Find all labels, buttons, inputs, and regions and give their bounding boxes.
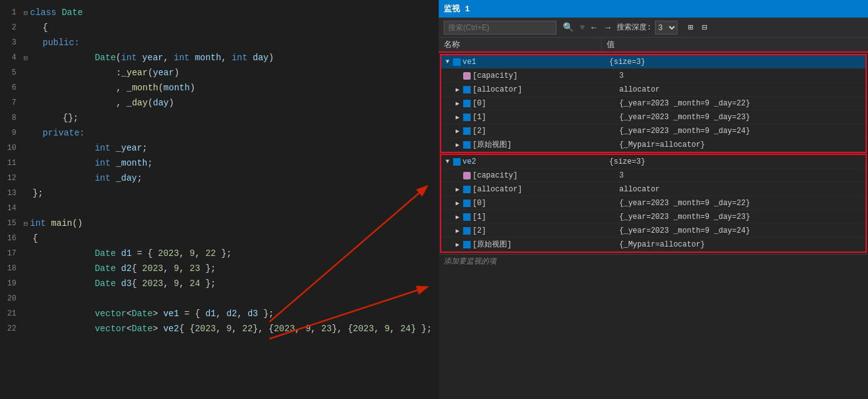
ve1-section: ▼ ve1 {size=3} [capacity] 3 [440,54,867,153]
watch-toolbar: 🔍 ▼ ← → 搜索深度: 3 1 2 4 5 ⊞ ⊟ [439,18,868,38]
ve2-2-row[interactable]: ▶ [2] {_year=2023 _month=9 _day=24} [441,224,865,238]
ve2-raw-name: ▶ [原始视图] [451,239,614,250]
ve1-icon [453,58,461,66]
watch-panel: 监视 1 🔍 ▼ ← → 搜索深度: 3 1 2 4 5 ⊞ ⊟ 名称 值 [439,0,868,399]
depth-label: 搜索深度: [617,22,651,33]
header-name: 名称 [439,39,602,50]
ve2-v2-icon [463,227,471,235]
ve1-2-value: {_year=2023 _month=9 _day=24} [614,127,865,136]
ve1-2-row[interactable]: ▶ [2] {_year=2023 _month=9 _day=24} [441,124,865,138]
ve1-1-name: ▶ [1] [451,113,614,122]
ve2-label: ve2 [463,157,476,166]
ve1-raw-name: ▶ [原始视图] [451,139,614,150]
ve2-icon [453,158,461,166]
ve2-1-row[interactable]: ▶ [1] {_year=2023 _month=9 _day=23} [441,210,865,224]
ve1-allocator-value: allocator [614,85,865,94]
code-line-6: 6 , _month(month) [0,80,439,95]
code-line-14: 14 [0,201,439,216]
depth-select[interactable]: 3 1 2 4 5 [655,21,677,35]
filter-icon[interactable]: ⊞ [685,21,695,34]
watch-title-bar: 监视 1 [439,0,868,18]
ve2-allocator-icon [463,186,471,193]
code-line-19: 19 Date d3{ 2023, 9, 24 }; [0,276,439,291]
raw-icon [463,141,471,149]
ve1-raw-value: {_Mypair=allocator} [614,141,865,149]
add-watch-label: 添加要监视的项 [444,256,496,267]
forward-icon[interactable]: → [603,21,613,34]
back-icon[interactable]: ← [588,21,599,34]
code-line-7: 7 , _day(day) [0,95,439,110]
ve2-section: ▼ ve2 {size=3} [capacity] 3 [440,154,867,253]
ve2-0-row[interactable]: ▶ [0] {_year=2023 _month=9 _day=22} [441,196,865,210]
ve1-1-value: {_year=2023 _month=9 _day=23} [614,113,865,122]
ve2-name-cell: ▼ ve2 [441,157,604,166]
header-value: 值 [602,39,868,50]
ve2-capacity-icon [463,172,471,179]
ve2-v0-icon [463,200,471,207]
add-watch-row[interactable]: 添加要监视的项 [439,254,868,268]
watch-table[interactable]: ▼ ve1 {size=3} [capacity] 3 [439,53,868,399]
ve1-raw-row[interactable]: ▶ [原始视图] {_Mypair=allocator} [441,138,865,152]
ve1-0-value: {_year=2023 _month=9 _day=22} [614,99,865,108]
ve1-value: {size=3} [604,58,865,66]
ve1-name-cell: ▼ ve1 [441,58,604,66]
allocator-icon [463,86,471,93]
expand-icon[interactable]: ⊟ [699,21,709,34]
ve2-capacity-value: 3 [614,171,865,180]
ve2-0-value: {_year=2023 _month=9 _day=22} [614,199,865,208]
ve2-capacity-name: [capacity] [451,171,614,180]
ve2-v1-icon [463,213,471,221]
ve2-2-value: {_year=2023 _month=9 _day=24} [614,226,865,235]
ve2-value: {size=3} [604,157,865,166]
ve1-0-row[interactable]: ▶ [0] {_year=2023 _month=9 _day=22} [441,97,865,110]
ve1-expand-arrow[interactable]: ▼ [444,58,451,65]
ve2-raw-row[interactable]: ▶ [原始视图] {_Mypair=allocator} [441,238,865,252]
ve2-allocator-row[interactable]: ▶ [allocator] allocator [441,183,865,196]
ve2-2-name: ▶ [2] [451,226,614,235]
code-line-22: 22 vector<Date> ve2{ {2023, 9, 22}, {202… [0,321,439,336]
code-line-2: 2 { [0,20,439,35]
ve1-1-row[interactable]: ▶ [1] {_year=2023 _month=9 _day=23} [441,110,865,124]
ve1-capacity-name: [capacity] [451,72,614,80]
search-input[interactable] [444,21,557,35]
ve2-0-name: ▶ [0] [451,199,614,208]
code-line-5: 5 :_year(year) [0,65,439,80]
ve1-row[interactable]: ▼ ve1 {size=3} [441,55,865,69]
v0-icon [463,100,471,107]
watch-table-header: 名称 值 [439,38,868,53]
ve1-capacity-row[interactable]: [capacity] 3 [441,69,865,83]
code-line-1: 1 ⊟ class Date [0,5,439,20]
search-icon[interactable]: 🔍 [560,21,576,34]
ve2-raw-value: {_Mypair=allocator} [614,240,865,249]
ve2-1-name: ▶ [1] [451,213,614,221]
v1-icon [463,114,471,121]
ve2-allocator-value: allocator [614,185,865,194]
ve2-row[interactable]: ▼ ve2 {size=3} [441,155,865,169]
code-line-13: 13 }; [0,186,439,201]
ve1-label: ve1 [463,58,476,66]
code-line-12: 12 int _day; [0,171,439,186]
ve1-capacity-value: 3 [614,72,865,80]
capacity-icon [463,72,471,80]
v2-icon [463,127,471,135]
code-line-8: 8 {}; [0,110,439,125]
ve2-capacity-row[interactable]: [capacity] 3 [441,169,865,183]
code-line-15: 15 ⊟ int main() [0,216,439,231]
code-line-4: 4 ⊟ Date(int year, int month, int day) [0,50,439,65]
ve1-allocator-row[interactable]: ▶ [allocator] allocator [441,83,865,97]
watch-panel-title: 监视 1 [444,3,470,14]
ve1-0-name: ▶ [0] [451,99,614,108]
ve2-allocator-name: ▶ [allocator] [451,185,614,194]
code-editor: 1 ⊟ class Date 2 { 3 public: 4 ⊟ Date(in… [0,0,439,399]
ve1-2-name: ▶ [2] [451,127,614,136]
ve2-raw-icon [463,241,471,248]
ve2-1-value: {_year=2023 _month=9 _day=23} [614,213,865,221]
ve1-allocator-name: ▶ [allocator] [451,85,614,94]
